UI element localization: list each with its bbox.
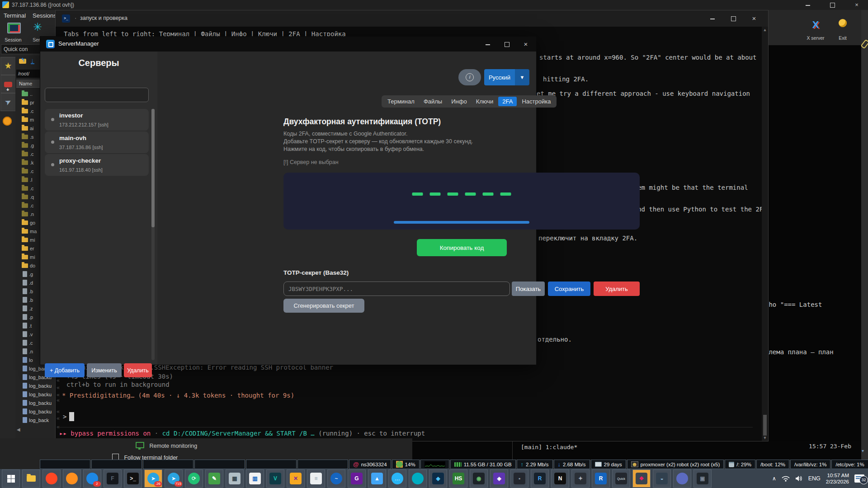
terminal-close-button[interactable]: ×	[746, 14, 762, 23]
terminal-scrollbar[interactable]: ▲ ▼	[762, 27, 768, 441]
scrollbar-thumb[interactable]	[151, 109, 155, 227]
taskbar-purple-button[interactable]: ◈	[490, 469, 508, 488]
terminal-minimize-button[interactable]	[705, 14, 720, 23]
taskbar-telegram-2-button[interactable]: ➤715	[165, 469, 183, 488]
taskbar-r-blue-button[interactable]: R	[592, 469, 610, 488]
exit-button[interactable]: Exit	[830, 19, 855, 41]
tools-knife-icon[interactable]	[0, 75, 16, 93]
sm-close-button[interactable]: ×	[518, 40, 533, 48]
sm-restore-button[interactable]	[499, 40, 514, 48]
taskbar-notes-button[interactable]: ✎	[205, 469, 223, 488]
taskbar-dark-3-button[interactable]: ✦	[571, 469, 590, 488]
taskbar-blue-app-button[interactable]: 2	[83, 469, 101, 488]
scroll-left-button[interactable]: ◀	[17, 427, 20, 432]
taskbar-extra-2-button[interactable]	[673, 469, 691, 488]
xserver-button[interactable]: X X server	[803, 19, 828, 41]
server-list-item[interactable]: proxy-checker161.97.118.40 [ssh]	[45, 154, 149, 176]
file-row[interactable]: log_backu	[16, 381, 55, 390]
taskbar-calculator-button[interactable]: ▦	[226, 469, 244, 488]
menu-sessions[interactable]: Sessions	[33, 12, 57, 19]
minimize-button[interactable]	[800, 1, 816, 9]
taskbar-bird-button[interactable]: ~	[327, 469, 345, 488]
taskbar-rstudio-button[interactable]: R	[531, 469, 549, 488]
terminal-title-bar[interactable]: >_ · запуск и проверка ×	[56, 10, 768, 27]
taskbar-photos-button[interactable]: ▲	[368, 469, 386, 488]
server-list-item[interactable]: main-ovh37.187.136.86 [ssh]	[45, 131, 149, 153]
add-server-button[interactable]: + Добавить	[45, 363, 85, 377]
download-icon[interactable]: ↓	[31, 57, 34, 64]
taskbar-start-button[interactable]	[2, 469, 20, 488]
taskbar-dark-2-button[interactable]: ▪	[510, 469, 528, 488]
taskbar-sync-button[interactable]: ⟳	[185, 469, 203, 488]
taskbar-panel-button[interactable]: ▥	[246, 469, 264, 488]
close-button[interactable]: ×	[849, 1, 864, 9]
file-row[interactable]: log_backu	[16, 390, 55, 399]
server-list-item[interactable]: investor173.212.212.157 [ssh]	[45, 109, 149, 131]
taskbar-gitkraken-button[interactable]: G	[348, 469, 366, 488]
taskbar-extra-1-button[interactable]: ◒	[653, 469, 671, 488]
scrollbar-thumb[interactable]	[763, 415, 767, 436]
info-button[interactable]: i	[458, 69, 481, 85]
file-row[interactable]: log_backu	[16, 399, 55, 407]
server-search-input[interactable]	[45, 88, 149, 102]
copy-code-button[interactable]: Копировать код	[417, 239, 507, 256]
restore-button[interactable]	[825, 1, 840, 9]
speaker-icon[interactable]	[795, 475, 803, 482]
taskbar-frkt-button[interactable]: F	[104, 469, 122, 488]
taskbar-paint-button[interactable]: ❖	[632, 469, 651, 488]
paperclip-icon[interactable]	[860, 39, 868, 49]
delete-server-button[interactable]: Удалить	[124, 363, 152, 377]
taskbar-firefox-button[interactable]	[63, 469, 81, 488]
sm-minimize-button[interactable]	[480, 40, 495, 48]
save-secret-button[interactable]: Сохранить	[548, 282, 590, 296]
favorites-star-icon[interactable]: ★	[0, 57, 16, 75]
scroll-up-arrow[interactable]: ▲	[762, 28, 768, 32]
keyboard-language[interactable]: ENG	[808, 475, 821, 482]
taskbar-brave-button[interactable]	[42, 469, 61, 488]
taskbar-quicktime-button[interactable]: Quick	[612, 469, 630, 488]
file-row[interactable]: log_backu	[16, 407, 55, 416]
tray-chevron-up-icon[interactable]: ∧	[772, 475, 776, 482]
sidebar-scrollbar[interactable]	[151, 109, 155, 360]
chevron-down-icon[interactable]: ▾	[862, 448, 864, 453]
taskbar-chat-button[interactable]: …	[388, 469, 406, 488]
delete-secret-button[interactable]: Удалить	[594, 282, 640, 296]
taskbar-dark-blue-button[interactable]: ◆	[429, 469, 447, 488]
generate-secret-button[interactable]: Сгенерировать секрет	[283, 299, 364, 313]
taskbar-vpn-button[interactable]: V	[266, 469, 284, 488]
clock[interactable]: 10:57 AM 2/23/2026	[826, 472, 849, 485]
tab-Инфо[interactable]: Инфо	[447, 97, 471, 106]
servermanager-title-bar[interactable]: ServerManager ×	[40, 37, 536, 52]
tab-Настройка[interactable]: Настройка	[518, 97, 555, 106]
scroll-down-arrow[interactable]: ▼	[762, 436, 768, 440]
toolbar-session-button[interactable]: Session	[2, 21, 24, 42]
totp-code-box[interactable]	[283, 173, 640, 230]
tab-Терминал[interactable]: Терминал	[383, 97, 419, 106]
taskbar-telegram-button[interactable]: ➤.26	[144, 469, 162, 488]
taskbar-explorer-button[interactable]	[22, 469, 40, 488]
notifications-icon[interactable]: 32	[854, 474, 864, 483]
show-secret-button[interactable]: Показать	[512, 282, 545, 296]
menu-terminal[interactable]: Terminal	[4, 12, 26, 19]
wifi-icon[interactable]	[782, 475, 790, 482]
remote-monitoring-row[interactable]: Remote monitoring	[136, 442, 197, 449]
taskbar-cube-button[interactable]: ✕	[287, 469, 305, 488]
taskbar-extra-3-button[interactable]: ▣	[693, 469, 712, 488]
tab-Ключи[interactable]: Ключи	[472, 97, 498, 106]
taskbar-hs-button[interactable]: HS	[449, 469, 467, 488]
file-row[interactable]: log_back	[16, 416, 55, 424]
taskbar-cmd-button[interactable]: >_	[124, 469, 142, 488]
folder-up-button[interactable]: ↰	[19, 57, 26, 65]
totp-secret-input[interactable]	[283, 282, 510, 296]
language-selector[interactable]: Русский ▼	[484, 69, 529, 85]
terminal-tab-title[interactable]: запуск и проверка	[80, 15, 127, 21]
web-globe-icon[interactable]	[3, 117, 12, 127]
taskbar-notion-button[interactable]: N	[551, 469, 569, 488]
taskbar-swirl-button[interactable]	[409, 469, 427, 488]
tab-2FA[interactable]: 2FA	[498, 97, 517, 106]
terminal-restore-button[interactable]	[726, 14, 741, 23]
edit-server-button[interactable]: Изменить	[87, 363, 122, 377]
taskbar-green-circle-button[interactable]: ◉	[470, 469, 488, 488]
taskbar-notepad-button[interactable]: ≡	[307, 469, 325, 488]
send-plane-icon[interactable]: ➤	[0, 93, 16, 111]
